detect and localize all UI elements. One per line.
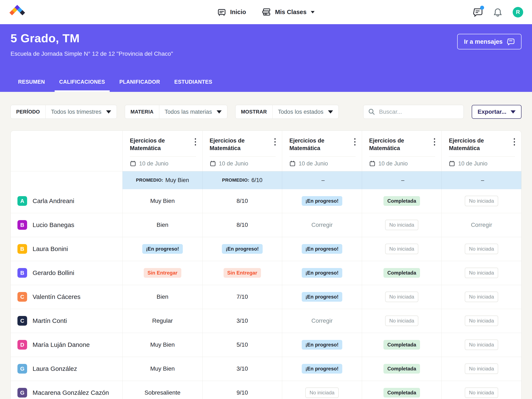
status-badge[interactable]: No iniciada <box>465 387 498 398</box>
calendar-icon <box>130 161 136 167</box>
status-badge[interactable]: ¡En progreso! <box>302 340 342 350</box>
kebab-menu-icon[interactable] <box>194 137 197 146</box>
status-badge[interactable]: No iniciada <box>385 244 418 254</box>
kebab-menu-icon[interactable] <box>513 137 516 146</box>
status-badge[interactable]: No iniciada <box>465 244 498 254</box>
student-name-cell[interactable]: D María Luján Danone <box>11 333 122 357</box>
filter-label: MOSTRAR <box>235 105 272 119</box>
export-button[interactable]: Exportar... <box>472 105 521 119</box>
export-label: Exportar... <box>478 109 506 115</box>
nav-item-mis-clases[interactable]: Mis Clases <box>262 7 315 17</box>
kebab-menu-icon[interactable] <box>273 137 277 146</box>
go-to-messages-button[interactable]: Ir a mensajes <box>457 34 521 49</box>
grade-value: 5/10 <box>237 341 248 348</box>
button-label: Ir a mensajes <box>464 38 503 45</box>
notifications-button[interactable] <box>493 7 503 17</box>
grade-value: Muy Bien <box>150 341 175 348</box>
promedio-value: Muy Bien <box>165 177 189 184</box>
status-badge[interactable]: Corregir <box>311 317 333 324</box>
status-badge[interactable]: ¡En progreso! <box>302 244 342 254</box>
status-badge[interactable]: No iniciada <box>385 315 418 326</box>
filter-materia-select[interactable]: Todos las materias <box>159 105 227 119</box>
student-name: Lucio Banegas <box>32 221 74 229</box>
chat-bubble-icon <box>506 38 515 46</box>
status-badge[interactable]: Completada <box>383 364 420 373</box>
messages-button[interactable] <box>472 7 483 17</box>
student-name: Valentín Cáceres <box>32 293 81 300</box>
search-input[interactable] <box>379 109 459 115</box>
student-name-cell[interactable]: B Gerardo Bollini <box>11 261 122 285</box>
status-badge[interactable]: Completada <box>383 268 420 278</box>
filter-value: Todos los trimestres <box>51 109 101 115</box>
filter-mostrar-select[interactable]: Todos los estados <box>272 105 338 119</box>
kebab-menu-icon[interactable] <box>433 137 436 146</box>
tab-calificaciones[interactable]: CALIFICACIONES <box>55 79 110 92</box>
nav-item-label: Mis Clases <box>275 9 307 16</box>
student-name: Macarena González Cazón <box>32 389 109 396</box>
tab-planificador[interactable]: PLANIFICADOR <box>115 79 165 92</box>
user-avatar[interactable]: R <box>513 7 523 18</box>
grade-cell: 9/10 <box>202 381 282 399</box>
tab-resumen[interactable]: RESUMEN <box>13 79 50 92</box>
status-badge[interactable]: Completada <box>383 388 420 398</box>
student-name-cell[interactable]: C Valentín Cáceres <box>11 285 122 309</box>
notification-dot <box>480 6 484 10</box>
promedio-value: – <box>322 177 325 184</box>
status-badge[interactable]: Sin Entregar <box>224 268 261 278</box>
status-badge[interactable]: ¡En progreso! <box>302 292 342 302</box>
student-name-cell[interactable]: B Laura Bonini <box>11 237 122 261</box>
status-badge[interactable]: ¡En progreso! <box>302 196 342 206</box>
grade-cell: No iniciada <box>362 213 442 237</box>
app-logo[interactable] <box>9 4 26 20</box>
status-badge[interactable]: Sin Entregar <box>144 268 181 278</box>
grade-cell: Completada <box>362 189 442 213</box>
status-badge[interactable]: No iniciada <box>305 387 339 398</box>
assignment-date: 10 de Junio <box>458 161 488 167</box>
grade-cell: ¡En progreso! <box>122 237 202 261</box>
student-name: María Luján Danone <box>32 341 90 348</box>
student-name-cell[interactable]: B Lucio Banegas <box>11 213 122 237</box>
promedio-value: – <box>401 177 405 184</box>
status-badge[interactable]: No iniciada <box>465 340 498 350</box>
student-name-cell[interactable]: G Laura González <box>11 357 122 381</box>
nav-item-inicio[interactable]: Inicio <box>217 7 246 17</box>
status-badge[interactable]: No iniciada <box>385 292 418 302</box>
tab-estudiantes[interactable]: ESTUDIANTES <box>170 79 217 92</box>
status-badge[interactable]: Completada <box>383 196 420 206</box>
grades-table: Ejercicios de Matemática 10 de Junio Eje… <box>11 130 521 399</box>
status-badge[interactable]: No iniciada <box>465 268 498 278</box>
status-badge[interactable]: ¡En progreso! <box>222 244 262 254</box>
student-name-cell[interactable]: G Macarena González Cazón <box>11 381 122 399</box>
kebab-menu-icon[interactable] <box>353 137 356 146</box>
status-badge[interactable]: No iniciada <box>465 363 498 374</box>
status-badge[interactable]: ¡En progreso! <box>302 364 342 373</box>
student-row: B Lucio Banegas Bien8/10CorregirNo inici… <box>11 213 521 237</box>
grade-value: Muy Bien <box>150 198 175 204</box>
grade-cell: Bien <box>122 285 202 309</box>
status-badge[interactable]: ¡En progreso! <box>142 244 183 254</box>
assignment-title: Ejercicios de Matemática <box>369 137 420 152</box>
filter-label: PERÍODO <box>11 105 46 119</box>
student-name-cell[interactable]: C Martín Conti <box>11 309 122 333</box>
caret-down-icon <box>328 110 333 114</box>
caret-down-icon <box>217 110 222 114</box>
assignment-column-header: Ejercicios de Matemática 10 de Junio <box>282 131 362 171</box>
promedio-row: PROMEDIO: Muy Bien PROMEDIO: 6/10 – – – <box>11 171 521 189</box>
status-badge[interactable]: No iniciada <box>465 315 498 326</box>
grade-cell: Completada <box>362 261 442 285</box>
status-badge[interactable]: Corregir <box>311 222 333 228</box>
grade-cell: 5/10 <box>202 333 282 357</box>
status-badge[interactable]: No iniciada <box>465 196 498 206</box>
filter-periodo-select[interactable]: Todos los trimestres <box>46 105 117 119</box>
status-badge[interactable]: No iniciada <box>465 292 498 302</box>
grade-cell: Completada <box>362 357 442 381</box>
status-badge[interactable]: Completada <box>383 340 420 350</box>
filters-toolbar: PERÍODO Todos los trimestres MATERIA Tod… <box>11 105 521 119</box>
student-avatar: B <box>18 220 27 230</box>
student-name-cell[interactable]: A Carla Andreani <box>11 189 122 213</box>
status-badge[interactable]: Corregir <box>471 222 492 228</box>
status-badge[interactable]: No iniciada <box>385 220 418 230</box>
status-badge[interactable]: ¡En progreso! <box>302 268 342 278</box>
grade-cell: No iniciada <box>441 261 521 285</box>
grade-value: 9/10 <box>237 389 248 396</box>
